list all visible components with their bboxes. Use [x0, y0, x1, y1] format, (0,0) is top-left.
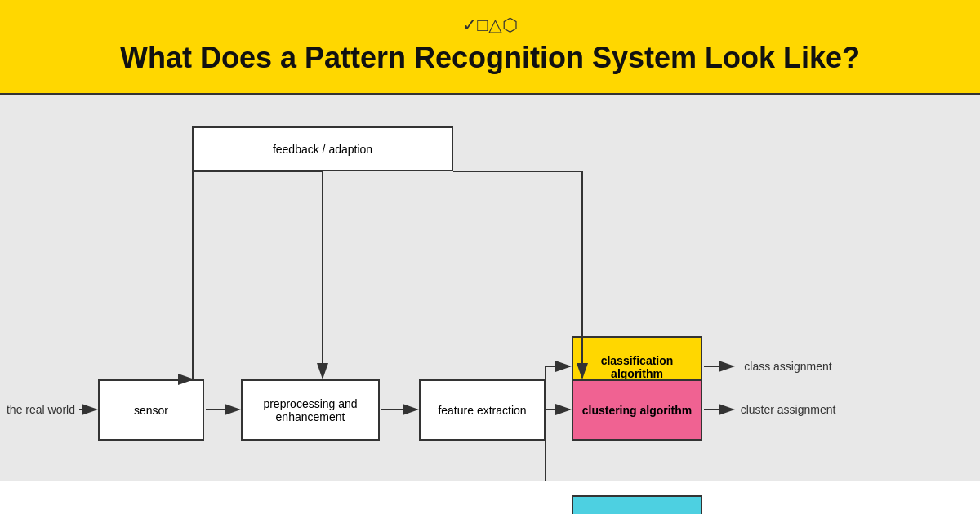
clustering-label: clustering algorithm [582, 404, 693, 417]
preprocessing-box: preprocessing and enhancement [241, 379, 380, 441]
feature-label: feature extraction [438, 404, 526, 417]
clustering-box: clustering algorithm [572, 379, 702, 441]
feature-extraction-box: feature extraction [419, 379, 546, 441]
classification-label: classification algorithm [573, 354, 701, 380]
page-title: What Does a Pattern Recognition System L… [16, 41, 964, 75]
preprocessing-label: preprocessing and enhancement [243, 397, 378, 423]
sensor-box: sensor [98, 379, 204, 441]
feedback-label: feedback / adaption [273, 143, 372, 156]
header-icons: ✓□△⬡ [16, 15, 964, 36]
feedback-box: feedback / adaption [192, 126, 453, 171]
predicted-values-label: predicted values [735, 495, 841, 514]
sensor-label: sensor [134, 404, 168, 417]
header: ✓□△⬡ What Does a Pattern Recognition Sys… [0, 0, 980, 95]
regression-box: regression algorithm [572, 495, 702, 514]
diagram-area: feedback / adaption sensor preprocessing… [0, 95, 980, 481]
real-world-label: the real world [4, 388, 78, 432]
cluster-assignment-label: cluster assignment [735, 379, 841, 441]
